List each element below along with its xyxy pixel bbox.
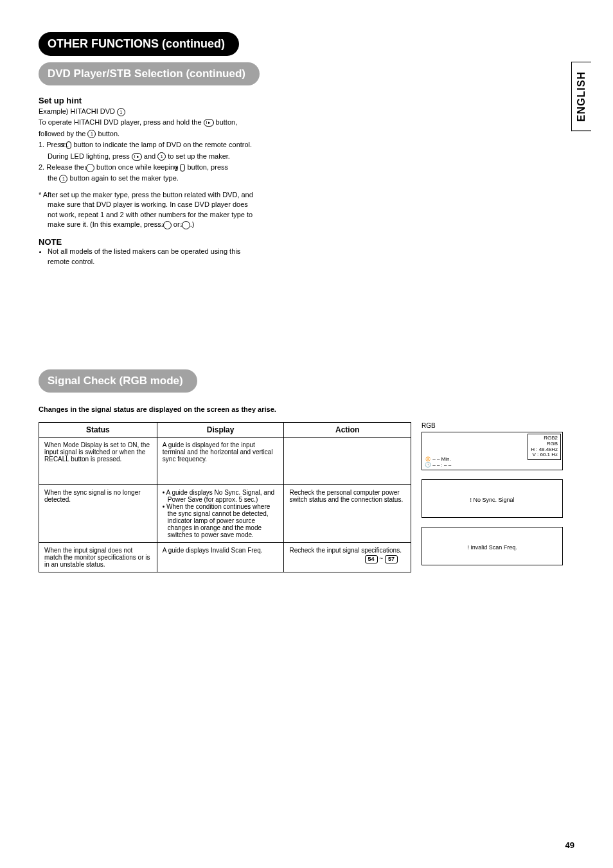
cell-display: • A guide displays No Sync. Signal, and … [157,485,284,543]
table-row: When Mode Display is set to ON, the inpu… [39,438,411,485]
footnote-text: * After set up the maker type, press the… [39,191,253,228]
osd-box-info: RGB2 RGB H : 48.4kHz V : 60.1 Hz 🔆 – – M… [422,432,563,470]
cell-action [284,438,411,485]
cell-action: Recheck the personal computer power swit… [284,485,411,543]
text-line2b: button. [98,130,120,137]
setup-body: Example) HITACHI DVD 1 To operate HITACH… [39,107,257,229]
cell-status: When Mode Display is set to ON, the inpu… [39,438,157,485]
footnote-or: or [173,220,180,228]
note-body: Not all models of the listed makers can … [39,247,257,267]
osd-min-line: 🕓 – – : – – [425,463,451,468]
col-action: Action [284,423,411,438]
text-step2b: the [48,174,57,182]
text-step2a2: button, press [187,163,228,171]
text-step1a2: button to indicate the lamp of DVD on th… [73,141,252,148]
note-title: NOTE [39,237,574,247]
signal-table: Status Display Action When Mode Display … [39,422,411,572]
cell-status: When the sync signal is no longer detect… [39,485,157,543]
sel-button-icon: SEL [66,141,71,149]
text-step1b: During LED lighting, press [48,152,130,160]
page-number: 49 [565,840,574,850]
action-text: Recheck the input signal specifications. [289,547,402,554]
footnote-end: .) [190,220,195,228]
osd-box-invalid: ! Invalid Scan Freq. [422,527,563,565]
circled-1-icon: 1 [157,152,166,161]
section-header-1: OTHER FUNCTIONS (continued) [39,32,239,56]
example-line: Example) HITACHI DVD [39,107,115,115]
cell-action: Recheck the input signal specifications.… [284,543,411,572]
language-tab: ENGLISH [571,62,591,131]
osd-info-panel: RGB2 RGB H : 48.4kHz V : 60.1 Hz [528,434,561,460]
cell-status: When the input signal does not match the… [39,543,157,572]
page-ref-key: 57 [385,555,398,563]
text-line1: To operate HITACHI DVD player, press and… [39,118,202,126]
circled-1-icon: 1 [86,164,94,172]
osd-box-nosync: ! No Sync. Signal [422,479,563,518]
text-step2a: 2. Release the [39,163,84,171]
circled-3-icon: 3 [182,221,190,229]
circled-1-icon: 1 [117,108,125,116]
circled-1-icon: 1 [59,175,67,183]
play-icon: I ▸ [180,164,185,172]
tilde: ~ [379,555,383,562]
text-mid: button once while keeping [96,163,178,171]
circled-1-icon: 1 [87,130,96,138]
note-bullet: Not all models of the listed makers can … [48,247,257,267]
table-row: When the sync signal is no longer detect… [39,485,411,543]
table-header-row: Status Display Action [39,423,411,438]
bullet-text: A guide displays No Sync. Signal, and Po… [166,489,274,503]
text-step2b2: button again to set the maker type. [69,174,178,182]
signal-intro: Changes in the signal status are display… [39,405,574,413]
section-header-2: DVD Player/STB Selection (continued) [39,62,260,85]
text-and: and [144,152,155,160]
col-display: Display [157,423,284,438]
section-header-3: Signal Check (RGB mode) [39,369,197,393]
rgb-osd-column: RGB RGB2 RGB H : 48.4kHz V : 60.1 Hz 🔆 –… [422,422,563,574]
osd-message: ! No Sync. Signal [425,484,560,516]
text-step1b2: to set up the maker. [168,152,230,160]
cell-display: A guide is displayed for the input termi… [157,438,284,485]
table-row: When the input signal does not match the… [39,543,411,572]
text-line1b: button, [216,118,238,126]
osd-line: V : 60.1 Hz [531,452,558,458]
text-line2: followed by the [39,130,85,137]
col-status: Status [39,423,157,438]
circled-2-icon: 2 [163,221,172,229]
setup-hint-title: Set up hint [39,96,574,105]
bullet-text: When the condition continues where the s… [166,503,270,538]
cell-display: A guide displays Invalid Scan Freq. [157,543,284,572]
play-icon: I ▸ [132,153,142,161]
rgb-label: RGB [422,422,563,429]
play-icon: I ▸ [204,119,214,127]
osd-message: ! Invalid Scan Freq. [425,531,560,563]
page-ref-key: 54 [365,555,378,563]
